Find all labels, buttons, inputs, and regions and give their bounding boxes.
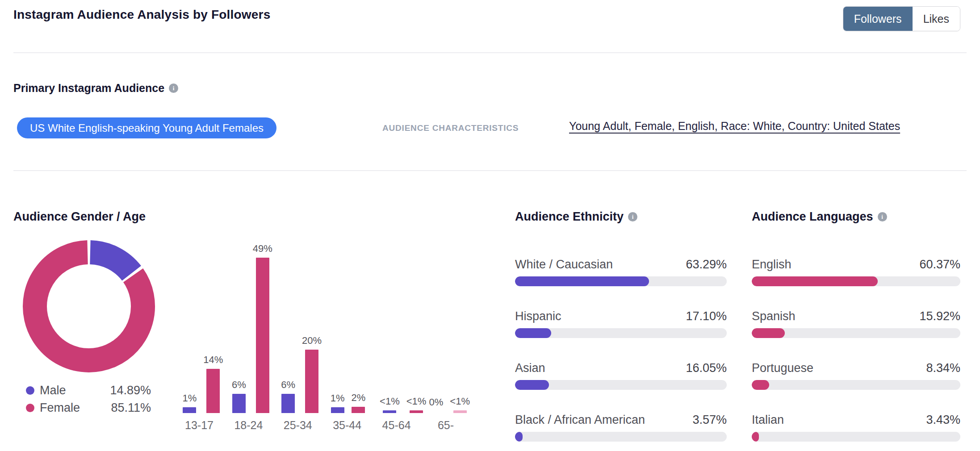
languages-heading-text: Audience Languages	[752, 210, 873, 224]
age-axis-label: 65-	[421, 419, 470, 432]
ethnicity-row: Asian16.05%	[515, 361, 727, 390]
language-row: Portuguese8.34%	[752, 361, 960, 390]
ethnicity-value: 16.05%	[686, 361, 727, 375]
ethnicity-progress-track	[515, 380, 727, 390]
age-axis-label: 35-44	[322, 419, 372, 432]
age-axis-label: 45-64	[372, 419, 421, 432]
ethnicity-heading: Audience Ethnicity i	[515, 210, 637, 224]
age-group-35-44: 1%2%	[331, 392, 366, 413]
ethnicity-progress-track	[515, 276, 727, 286]
language-progress-track	[752, 432, 960, 442]
language-row: Italian3.43%	[752, 413, 960, 442]
bar-value-label: <1%	[406, 396, 427, 407]
ethnicity-progress-fill	[515, 276, 649, 286]
ethnicity-row: White / Caucasian63.29%	[515, 258, 727, 286]
language-row: Spanish15.92%	[752, 309, 960, 338]
section-divider	[13, 170, 967, 171]
legend-label: Male	[40, 384, 66, 397]
bar-male-45-64	[383, 410, 396, 413]
age-group-18-24: 6%49%	[232, 243, 272, 413]
age-group-45-64: <1%<1%	[380, 396, 426, 413]
view-toggle: Followers Likes	[843, 6, 960, 31]
bar-value-label: 6%	[281, 379, 295, 391]
age-group-25-34: 6%20%	[281, 335, 322, 413]
page-title: Instagram Audience Analysis by Followers	[13, 8, 270, 22]
age-group-13-17: 1%14%	[183, 354, 223, 413]
bar-female-65-	[453, 410, 467, 413]
bar-female-18-24	[256, 258, 269, 413]
ethnicity-value: 17.10%	[686, 309, 727, 323]
bar-female-45-64	[410, 410, 423, 413]
age-axis-label: 13-17	[175, 419, 224, 432]
language-value: 3.43%	[926, 413, 960, 427]
language-progress-fill	[752, 380, 769, 390]
language-progress-fill	[752, 432, 759, 442]
legend-row-female: Female85.11%	[26, 399, 151, 417]
bar-female-35-44	[352, 407, 365, 413]
ethnicity-row: Hispanic17.10%	[515, 309, 727, 338]
info-icon[interactable]: i	[169, 84, 178, 93]
language-progress-fill	[752, 276, 878, 286]
ethnicity-progress-track	[515, 432, 727, 442]
language-value: 15.92%	[919, 309, 960, 323]
bar-value-label: 0%	[429, 397, 444, 408]
header-divider	[13, 52, 967, 53]
bar-value-label: 2%	[351, 392, 365, 404]
likes-toggle-button[interactable]: Likes	[913, 7, 960, 31]
language-progress-track	[752, 380, 960, 390]
age-axis-label: 25-34	[273, 419, 322, 432]
gender-age-heading-text: Audience Gender / Age	[13, 210, 146, 224]
ethnicity-label: Asian	[515, 361, 545, 375]
primary-audience-heading: Primary Instagram Audience i	[13, 82, 178, 95]
legend-value: 85.11%	[111, 401, 151, 415]
ethnicity-label: Hispanic	[515, 309, 561, 323]
language-progress-fill	[752, 328, 785, 338]
bar-value-label: 14%	[203, 354, 223, 366]
bar-value-label: <1%	[380, 396, 400, 407]
ethnicity-label: White / Caucasian	[515, 258, 613, 271]
legend-row-male: Male14.89%	[26, 382, 151, 399]
ethnicity-row: Black / African American3.57%	[515, 413, 727, 442]
languages-heading: Audience Languages i	[752, 210, 887, 224]
language-progress-track	[752, 328, 960, 338]
language-label: Spanish	[752, 309, 796, 323]
legend-dot	[26, 404, 34, 412]
age-bar-chart: 1%14%13-176%49%18-246%20%25-341%2%35-44<…	[170, 232, 465, 442]
audience-characteristics-link[interactable]: Young Adult, Female, English, Race: Whit…	[569, 120, 900, 133]
bar-male-13-17	[183, 407, 196, 413]
followers-toggle-button[interactable]: Followers	[843, 7, 913, 31]
info-icon[interactable]: i	[878, 212, 887, 221]
bar-value-label: 20%	[302, 335, 322, 347]
gender-donut-chart	[22, 239, 156, 373]
gender-age-heading: Audience Gender / Age	[13, 210, 146, 224]
bar-male-18-24	[232, 394, 246, 413]
info-icon[interactable]: i	[628, 212, 637, 221]
primary-audience-pill[interactable]: US White English-speaking Young Adult Fe…	[17, 117, 276, 138]
donut-slice-male	[90, 252, 132, 273]
age-axis-label: 18-24	[224, 419, 273, 432]
bar-value-label: 6%	[232, 379, 246, 391]
legend-value: 14.89%	[110, 384, 151, 397]
ethnicity-value: 3.57%	[692, 413, 727, 427]
age-group-65-: 0%<1%	[429, 396, 470, 413]
legend-label: Female	[40, 401, 80, 415]
bar-male-25-34	[281, 394, 295, 413]
bar-male-35-44	[331, 407, 344, 413]
language-progress-track	[752, 276, 960, 286]
language-label: English	[752, 258, 792, 271]
bar-female-25-34	[305, 350, 318, 413]
primary-audience-heading-text: Primary Instagram Audience	[13, 82, 164, 95]
ethnicity-progress-fill	[515, 328, 551, 338]
language-row: English60.37%	[752, 258, 960, 286]
legend-dot	[26, 386, 34, 395]
language-value: 8.34%	[926, 361, 960, 375]
bar-female-13-17	[206, 369, 220, 413]
bar-value-label: 1%	[183, 393, 197, 404]
ethnicity-value: 63.29%	[686, 258, 727, 271]
ethnicity-heading-text: Audience Ethnicity	[515, 210, 624, 224]
bar-value-label: 49%	[253, 243, 272, 255]
language-value: 60.37%	[919, 258, 960, 271]
ethnicity-progress-fill	[515, 432, 523, 442]
language-label: Italian	[752, 413, 784, 427]
audience-characteristics-label: AUDIENCE CHARACTERISTICS	[382, 123, 519, 133]
